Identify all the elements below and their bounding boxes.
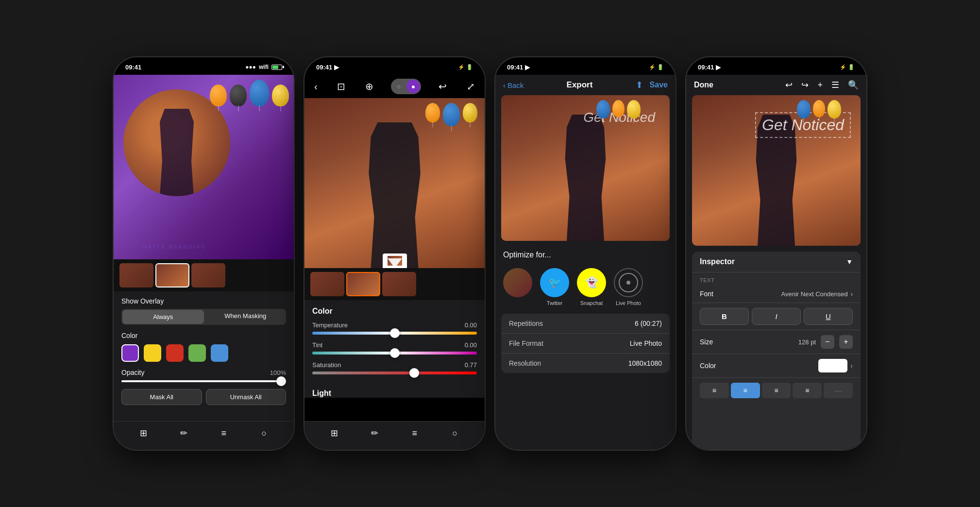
time-2: 09:41 ▶	[316, 64, 339, 71]
time-3: 09:41 ▶	[507, 64, 530, 71]
twitter-circle[interactable]: 🐦	[540, 268, 569, 297]
align-dash: —	[824, 383, 853, 398]
film-icon-2[interactable]: ⊞	[327, 426, 341, 440]
thumb2-3[interactable]	[382, 272, 416, 296]
thumb2-1[interactable]	[310, 272, 344, 296]
toggle-circle[interactable]: ○	[392, 80, 406, 93]
thumb-3[interactable]	[191, 263, 225, 287]
film-icon-1[interactable]: ⊞	[136, 426, 150, 440]
b2-yellow	[463, 103, 477, 122]
seg-when-masking[interactable]: When Masking	[205, 309, 287, 325]
back-arrow-2[interactable]: ‹	[312, 79, 320, 94]
size-label: Size	[700, 338, 713, 346]
tint-label-row: Tint 0.00	[312, 341, 477, 349]
color-row-4: Color ›	[692, 354, 861, 378]
size-controls: 128 pt − +	[798, 335, 853, 349]
circle-icon-1[interactable]: ○	[257, 426, 271, 440]
undo-icon-2[interactable]: ↩	[437, 79, 449, 94]
snapchat-label: Snapchat	[580, 300, 603, 306]
snapchat-circle[interactable]: 👻	[577, 268, 606, 297]
repetitions-row: Repetitions 6 (00:27)	[501, 314, 670, 334]
crop-icon-2[interactable]: ⊡	[335, 79, 347, 94]
phone-screen-3: 09:41 ▶ ⚡ 🔋 ‹ Back Export ⬆ Save Get	[494, 56, 676, 451]
underline-btn[interactable]: U	[804, 308, 853, 325]
inspector-chevron[interactable]: ▼	[846, 258, 853, 266]
toggle-fill[interactable]: ●	[406, 80, 420, 93]
livephoto-dot	[626, 281, 630, 285]
mask-buttons: Mask All Unmask All	[121, 389, 286, 405]
battery-1	[271, 65, 282, 70]
preview-balloons	[596, 100, 641, 118]
redo-icon-4[interactable]: ↪	[801, 80, 809, 90]
size-decrease-btn[interactable]: −	[821, 335, 834, 349]
back-btn-3[interactable]: ‹ Back	[503, 81, 524, 89]
twitter-icon-item[interactable]: 🐦 Twitter	[540, 268, 569, 306]
temp-track[interactable]	[312, 332, 477, 335]
align-right-btn[interactable]: ≡	[762, 383, 791, 398]
add-icon-4[interactable]: +	[817, 80, 823, 90]
opacity-value: 100%	[270, 369, 286, 376]
align-left-btn[interactable]: ≡	[700, 383, 729, 398]
temp-slider-row: Temperature 0.00	[312, 321, 477, 335]
thumb2-active[interactable]	[346, 272, 380, 296]
ig-partial[interactable]	[503, 268, 532, 297]
color-control[interactable]: ›	[818, 359, 853, 372]
status-icons-2: ⚡ 🔋	[458, 64, 473, 70]
italic-btn[interactable]: I	[752, 308, 801, 325]
segmented-control[interactable]: Always When Masking	[121, 309, 286, 325]
brush-icon-1[interactable]: ✏	[177, 426, 190, 440]
swatch-red[interactable]	[166, 344, 184, 362]
person-cutout	[152, 109, 201, 196]
status-icons-4: ⚡ 🔋	[840, 64, 855, 70]
sat-track[interactable]	[312, 372, 477, 374]
pb-yellow	[627, 100, 641, 118]
pb-blue	[596, 100, 610, 118]
swatch-green[interactable]	[188, 344, 206, 362]
livephoto-circle[interactable]	[614, 268, 643, 297]
search-icon-4[interactable]: 🔍	[848, 80, 859, 90]
circle-icon-2[interactable]: ○	[448, 426, 462, 440]
color-preview[interactable]	[818, 359, 847, 372]
seg-always[interactable]: Always	[122, 310, 204, 324]
brush-icon-2[interactable]: ✏	[368, 426, 381, 440]
expand-icon-2[interactable]: ⤢	[465, 79, 477, 94]
screen4-preview: Get Noticed	[692, 95, 861, 246]
time-1: 09:41	[125, 64, 141, 71]
thumb-2-active[interactable]	[155, 263, 189, 287]
sliders-icon-1[interactable]: ≡	[217, 426, 231, 440]
swatch-blue[interactable]	[211, 344, 228, 362]
mask-all-btn[interactable]: Mask All	[121, 389, 202, 405]
export-info-rows: Repetitions 6 (00:27) File Format Live P…	[501, 314, 670, 373]
align-center-btn[interactable]: ≡	[731, 383, 760, 398]
repetitions-value: 6 (00:27)	[635, 320, 662, 327]
save-btn-3[interactable]: Save	[650, 81, 668, 89]
opacity-thumb[interactable]	[276, 376, 286, 386]
thumb-1[interactable]	[119, 263, 153, 287]
livephoto-icon-item[interactable]: Live Photo	[614, 268, 643, 306]
opacity-row: Opacity 100%	[121, 369, 286, 376]
font-value[interactable]: Avenir Next Condensed ›	[781, 290, 853, 298]
temp-value: 0.00	[465, 321, 477, 329]
temp-thumb[interactable]	[390, 328, 400, 338]
align-justify-btn[interactable]: ≡	[793, 383, 822, 398]
tint-thumb[interactable]	[390, 348, 400, 358]
swatch-yellow[interactable]	[144, 344, 161, 362]
share-btn-3[interactable]: ⬆	[636, 80, 643, 90]
unmask-all-btn[interactable]: Unmask All	[206, 389, 287, 405]
undo-icon-4[interactable]: ↩	[785, 80, 793, 90]
inspector-header: Inspector ▼	[692, 252, 861, 272]
toggle-2[interactable]: ○ ●	[391, 79, 421, 94]
p4b-orange	[813, 100, 825, 117]
snapchat-icon-item[interactable]: 👻 Snapchat	[577, 268, 606, 306]
bold-btn[interactable]: B	[700, 308, 749, 325]
swatch-purple[interactable]	[121, 344, 139, 362]
time-4: 09:41 ▶	[698, 64, 721, 71]
sliders-icon-2[interactable]: ≡	[408, 426, 422, 440]
opacity-slider[interactable]	[121, 380, 286, 382]
done-btn-4[interactable]: Done	[694, 81, 713, 89]
sat-thumb[interactable]	[409, 368, 419, 378]
layers-icon-2[interactable]: ⊕	[363, 79, 375, 94]
tint-track[interactable]	[312, 352, 477, 355]
list-icon-4[interactable]: ☰	[831, 80, 839, 90]
size-increase-btn[interactable]: +	[839, 335, 853, 349]
